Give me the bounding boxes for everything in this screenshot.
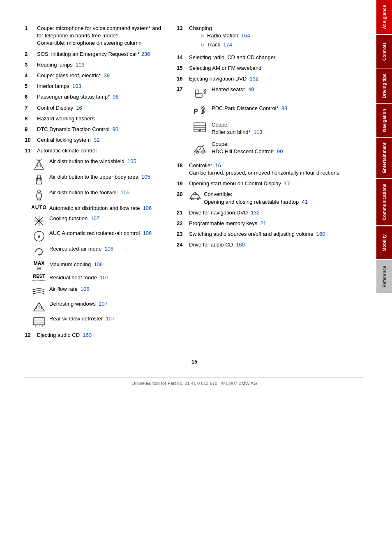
pdc-icon: P [189,105,212,117]
page-link[interactable]: 132 [251,210,260,216]
item-number: 12 [25,332,37,339]
recirc-label: Recirculated-air mode 106 [49,245,164,253]
page-link[interactable]: 106 [143,230,152,236]
svg-marker-17 [40,199,41,200]
page-link[interactable]: 160 [83,332,92,338]
page-link[interactable]: 41 [302,199,308,205]
item-text: Central locking system 32 [37,136,164,144]
rear-defrost-icon [29,315,49,327]
auc-label: AUC Automatic recirculated-air control 1… [49,230,164,237]
icon-row-auto: AUTO Automatic air distribution and flow… [29,205,164,212]
page-link[interactable]: 106 [104,246,113,252]
list-item-18: 18 Controller 16 Can be turned, pressed,… [177,162,364,177]
list-item-15: 15 Selecting AM or FM waveband [177,64,364,72]
page-link[interactable]: 113 [254,129,263,135]
svg-point-29 [33,293,34,294]
list-item-3: 3 Reading lamps 103 [25,61,164,69]
footwell-label: Air distribution to the footwell 105 [49,189,164,196]
max-label: Maximum cooling 106 [49,261,164,268]
page-link[interactable]: 174 [223,41,232,48]
page-link[interactable]: 107 [106,315,115,322]
list-item-7: 7 Control Display 16 [25,104,164,112]
item-text: Automatic climate control [37,147,164,154]
item-text: Ejecting audio CD 160 [37,332,164,339]
sidebar-tab-reference[interactable]: Reference [376,260,392,293]
item-number: 15 [177,64,189,72]
svg-text:P: P [194,108,198,115]
item-text: Reading lamps 103 [37,61,164,69]
page-link[interactable]: 107 [100,274,109,281]
page-link[interactable]: 16 [76,105,82,111]
airflow-label: Air flow rate 106 [49,286,164,293]
page-link[interactable]: 39 [104,72,110,78]
list-item-17: 17 [177,86,364,159]
rest-icon: REST 〰〰〰 [29,274,49,283]
icon-row-heated-seats: Heated seats* 49 [189,86,364,101]
svg-marker-50 [198,130,201,131]
page-link[interactable]: 98 [113,94,118,100]
icon-row-hdc: Coupe:HDC Hill Descent Control* 90 [189,140,364,155]
item-17-icons: Heated seats* 49 P [189,86,364,159]
item-text: Coupe: glass roof, electric* 39 [37,72,164,79]
page-link[interactable]: 106 [81,286,90,292]
icon-row-recirc: Recirculated-air mode 106 [29,245,164,258]
page-link[interactable]: 164 [241,32,250,39]
icon-row-footwell: Air distribution to the footwell 105 [29,189,164,202]
page-link[interactable]: 17 [284,180,290,187]
icon-row-windshield: Air distribution to the windshield 105 [29,158,164,171]
heated-seats-icon [189,86,212,101]
sidebar-tab-driving-tips[interactable]: Driving tips [376,69,392,104]
sidebar-tab-mobility[interactable]: Mobility [376,226,392,259]
sidebar-tab-navigation[interactable]: Navigation [376,104,392,137]
list-item-16: 16 Ejecting navigation DVD 132 [177,75,364,83]
page-link[interactable]: 106 [94,261,103,267]
convertible-top-icon [189,191,201,203]
page-link[interactable]: 16 [215,162,221,168]
page-link[interactable]: 21 [260,220,266,226]
list-item-2: 2 SOS: initiating an Emergency Request c… [25,51,164,58]
page-link[interactable]: 105 [127,158,136,164]
auc-icon: A [29,230,49,243]
list-item-5: 5 Interior lamps 103 [25,83,164,90]
svg-marker-34 [39,305,40,306]
item-text: Controller 16 Can be turned, pressed, or… [189,162,364,177]
page-link[interactable]: 103 [72,83,81,89]
upper-body-icon [29,173,49,187]
recirc-icon [29,245,49,258]
list-item-21: 21 Drive for navigation DVD 132 [177,209,364,216]
page-link[interactable]: 105 [120,189,129,196]
list-item-10: 10 Central locking system 32 [25,136,164,144]
list-item-4: 4 Coupe: glass roof, electric* 39 [25,72,164,79]
page-link[interactable]: 160 [236,242,245,248]
sidebar-tab-at-a-glance[interactable]: At a glance [376,0,392,34]
cooling-icon [29,215,49,227]
icon-row-airflow: Air flow rate 106 [29,286,164,298]
icon-row-cooling: Cooling function 107 [29,215,164,227]
page-link[interactable]: 88 [281,105,287,111]
page-link[interactable]: 107 [99,301,108,307]
page-link[interactable]: 49 [248,86,254,92]
item-number: 16 [177,75,189,83]
svg-rect-36 [33,318,45,325]
svg-point-23 [38,220,40,222]
list-item-19: 19 Opening start menu on Control Display… [177,180,364,187]
page-link[interactable]: 160 [316,231,325,237]
page-link[interactable]: 90 [277,148,283,154]
page-link[interactable]: 106 [143,205,152,211]
item-text: Switching audio sources on/off and adjus… [189,230,364,238]
sidebar: At a glance Controls Driving tips Naviga… [376,0,392,555]
sidebar-tab-communications[interactable]: Communications [376,179,392,225]
sidebar-tab-entertainment[interactable]: Entertainment [376,138,392,178]
item-20-content: Convertible:Opening and closing retracta… [189,191,364,205]
page-link[interactable]: 103 [76,62,85,68]
page-link[interactable]: 132 [249,76,258,82]
item-number: 9 [25,126,37,133]
item-text: Drive for navigation DVD 132 [189,209,364,216]
page-link[interactable]: 90 [113,126,118,132]
page-link[interactable]: 105 [141,174,150,180]
sidebar-tab-controls[interactable]: Controls [376,35,392,68]
page-link[interactable]: 107 [90,215,99,221]
page-link[interactable]: 236 [141,51,150,57]
page-link[interactable]: 32 [94,137,99,143]
hdc-label: Coupe:HDC Hill Descent Control* 90 [212,140,364,155]
